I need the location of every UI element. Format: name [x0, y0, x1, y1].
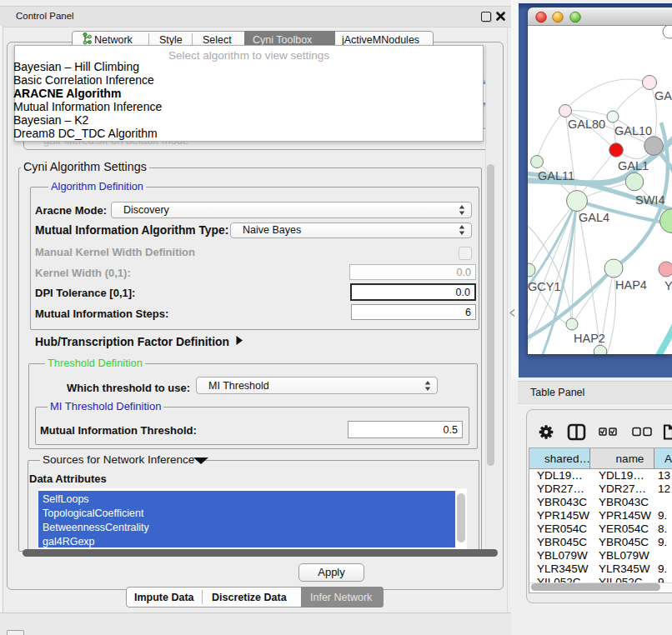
svg-text:GAL4: GAL4	[579, 211, 609, 224]
svg-text:GAL10: GAL10	[614, 124, 652, 138]
svg-text:Y: Y	[664, 279, 672, 292]
svg-text:GAL: GAL	[654, 89, 672, 102]
svg-text:GAL11: GAL11	[538, 169, 574, 182]
svg-text:GAL1: GAL1	[618, 159, 649, 172]
svg-text:HAP4: HAP4	[615, 278, 647, 292]
svg-text:SWI4: SWI4	[635, 193, 664, 207]
svg-text:GAL80: GAL80	[568, 118, 605, 131]
svg-text:HAP2: HAP2	[574, 332, 605, 345]
svg-text:GCY1: GCY1	[528, 280, 561, 293]
